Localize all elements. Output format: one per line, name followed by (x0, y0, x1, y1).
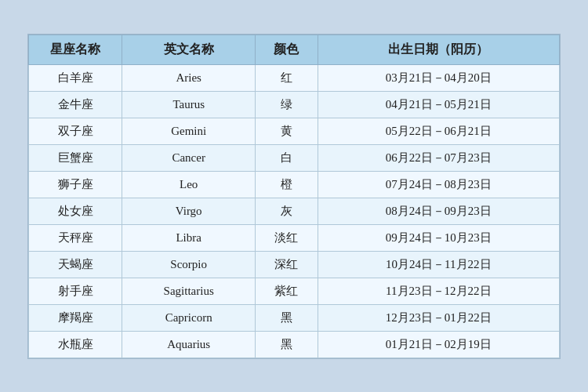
cell-date: 12月23日－01月22日 (318, 304, 559, 331)
cell-en: Gemini (122, 118, 255, 144)
cell-en: Aquarius (122, 331, 255, 358)
zodiac-table-container: 星座名称 英文名称 颜色 出生日期（阳历） 白羊座Aries红03月21日－04… (27, 34, 561, 359)
cell-en: Virgo (122, 198, 255, 224)
cell-color: 黑 (255, 304, 318, 331)
cell-zh: 处女座 (29, 198, 122, 224)
cell-color: 黑 (255, 331, 318, 358)
cell-date: 01月21日－02月19日 (318, 331, 559, 358)
cell-en: Sagittarius (122, 278, 255, 304)
cell-zh: 天秤座 (29, 224, 122, 251)
table-row: 金牛座Taurus绿04月21日－05月21日 (29, 91, 560, 118)
cell-date: 09月24日－10月23日 (318, 224, 559, 251)
table-row: 摩羯座Capricorn黑12月23日－01月22日 (29, 304, 560, 331)
table-row: 白羊座Aries红03月21日－04月20日 (29, 64, 560, 91)
table-header-row: 星座名称 英文名称 颜色 出生日期（阳历） (29, 34, 560, 64)
cell-color: 黄 (255, 118, 318, 144)
header-date: 出生日期（阳历） (318, 34, 559, 64)
cell-date: 08月24日－09月23日 (318, 198, 559, 224)
cell-en: Leo (122, 171, 255, 198)
cell-date: 06月22日－07月23日 (318, 144, 559, 171)
cell-date: 10月24日－11月22日 (318, 251, 559, 278)
cell-color: 绿 (255, 91, 318, 118)
cell-date: 05月22日－06月21日 (318, 118, 559, 144)
cell-zh: 水瓶座 (29, 331, 122, 358)
cell-color: 白 (255, 144, 318, 171)
cell-zh: 双子座 (29, 118, 122, 144)
header-color: 颜色 (255, 34, 318, 64)
cell-en: Aries (122, 64, 255, 91)
cell-zh: 白羊座 (29, 64, 122, 91)
cell-date: 11月23日－12月22日 (318, 278, 559, 304)
table-row: 双子座Gemini黄05月22日－06月21日 (29, 118, 560, 144)
cell-date: 04月21日－05月21日 (318, 91, 559, 118)
cell-zh: 巨蟹座 (29, 144, 122, 171)
header-en: 英文名称 (122, 34, 255, 64)
cell-color: 紫红 (255, 278, 318, 304)
cell-color: 红 (255, 64, 318, 91)
table-row: 巨蟹座Cancer白06月22日－07月23日 (29, 144, 560, 171)
cell-zh: 摩羯座 (29, 304, 122, 331)
cell-zh: 天蝎座 (29, 251, 122, 278)
cell-date: 07月24日－08月23日 (318, 171, 559, 198)
table-row: 天秤座Libra淡红09月24日－10月23日 (29, 224, 560, 251)
cell-en: Capricorn (122, 304, 255, 331)
cell-zh: 金牛座 (29, 91, 122, 118)
cell-en: Cancer (122, 144, 255, 171)
cell-color: 淡红 (255, 224, 318, 251)
table-row: 水瓶座Aquarius黑01月21日－02月19日 (29, 331, 560, 358)
table-row: 处女座Virgo灰08月24日－09月23日 (29, 198, 560, 224)
cell-color: 橙 (255, 171, 318, 198)
table-row: 射手座Sagittarius紫红11月23日－12月22日 (29, 278, 560, 304)
table-row: 天蝎座Scorpio深红10月24日－11月22日 (29, 251, 560, 278)
cell-en: Libra (122, 224, 255, 251)
cell-color: 灰 (255, 198, 318, 224)
table-row: 狮子座Leo橙07月24日－08月23日 (29, 171, 560, 198)
header-zh: 星座名称 (29, 34, 122, 64)
cell-zh: 狮子座 (29, 171, 122, 198)
cell-zh: 射手座 (29, 278, 122, 304)
cell-date: 03月21日－04月20日 (318, 64, 559, 91)
cell-en: Scorpio (122, 251, 255, 278)
cell-en: Taurus (122, 91, 255, 118)
zodiac-table: 星座名称 英文名称 颜色 出生日期（阳历） 白羊座Aries红03月21日－04… (28, 34, 560, 358)
cell-color: 深红 (255, 251, 318, 278)
